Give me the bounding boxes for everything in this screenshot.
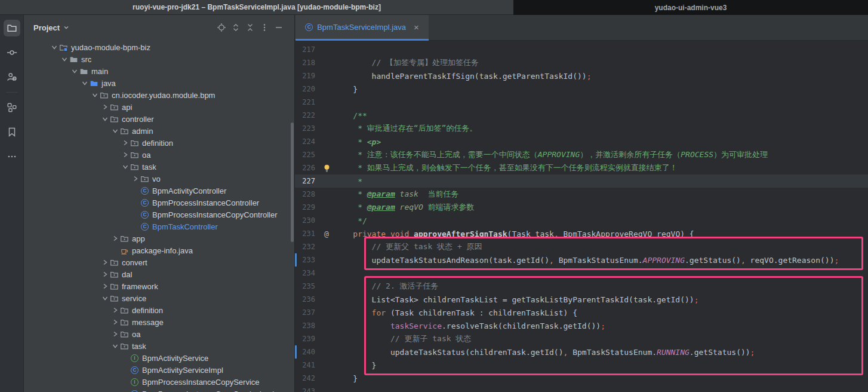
tree-item-package-info.java[interactable]: package-info.java xyxy=(24,244,294,256)
bookmarks-tool-button[interactable] xyxy=(4,124,20,140)
code-line[interactable]: 231@ private void approveAfterSignTask(T… xyxy=(295,227,868,240)
code-line[interactable]: 234 xyxy=(295,267,868,280)
tree-chevron-icon[interactable] xyxy=(100,104,110,110)
tree-item-service[interactable]: service xyxy=(24,292,294,304)
code-line[interactable]: 218 // 【加签专属】处理加签任务 xyxy=(295,56,868,69)
code-line[interactable]: 227 * xyxy=(295,174,868,188)
code-line[interactable]: 243 xyxy=(295,385,868,392)
tree-chevron-icon[interactable] xyxy=(110,307,120,313)
tree-scrollbar-thumb[interactable] xyxy=(291,122,294,242)
locate-icon[interactable] xyxy=(214,20,229,35)
code-line[interactable]: 239 // 更新子 task 状态 xyxy=(295,332,868,345)
tree-item-bpmtaskcontroller[interactable]: CBpmTaskController xyxy=(24,220,294,232)
tree-item-oa[interactable]: oa xyxy=(24,149,294,161)
tree-chevron-icon[interactable] xyxy=(130,176,140,182)
code-editor[interactable]: 217218 // 【加签专属】处理加签任务219 handleParentTa… xyxy=(295,41,868,392)
collapse-all-icon[interactable] xyxy=(243,20,257,35)
tree-item-bpmactivityserviceimpl[interactable]: CBpmActivityServiceImpl xyxy=(24,364,294,376)
pull-requests-tool-button[interactable]: ? xyxy=(4,69,20,85)
tree-item-definition[interactable]: definition xyxy=(24,137,294,149)
tree-item-bpmactivityservice[interactable]: IBpmActivityService xyxy=(24,352,294,364)
tree-chevron-icon[interactable] xyxy=(79,80,90,86)
tree-chevron-icon[interactable] xyxy=(100,283,110,289)
code-line[interactable]: 240 updateTaskStatus(childrenTask.getId(… xyxy=(295,345,868,359)
tree-chevron-icon[interactable] xyxy=(120,152,130,158)
active-window-titlebar[interactable]: ruoyi-vue-pro-jdk21 – BpmTaskServiceImpl… xyxy=(0,0,513,15)
code-line[interactable]: 222 /** xyxy=(295,109,868,122)
tree-item-oa[interactable]: oa xyxy=(24,328,294,340)
tree-chevron-icon[interactable] xyxy=(110,319,120,325)
tree-item-bpmprocessinstancecopyservice[interactable]: IBpmProcessInstanceCopyService xyxy=(24,376,294,388)
tree-item-convert[interactable]: convert xyxy=(24,256,294,268)
inactive-window-titlebar[interactable]: yudao-ui-admin-vue3 xyxy=(513,0,868,15)
code-line[interactable]: 224 * <p> xyxy=(295,135,868,148)
tree-item-task[interactable]: task xyxy=(24,161,294,173)
code-line[interactable]: 242 } xyxy=(295,372,868,385)
more-tool-windows-button[interactable] xyxy=(4,148,20,165)
code-line[interactable]: 229 * @param reqVO 前端请求参数 xyxy=(295,201,868,214)
code-line[interactable]: 217 xyxy=(295,43,868,56)
code-text: * xyxy=(334,177,362,186)
code-line[interactable]: 238 taskService.resolveTask(childrenTask… xyxy=(295,319,868,332)
tree-chevron-icon[interactable] xyxy=(100,295,110,301)
close-icon[interactable]: × xyxy=(414,23,419,32)
tree-chevron-icon[interactable] xyxy=(120,164,130,170)
package-icon xyxy=(120,127,129,136)
tree-item-cn.iocoder.yudao.module.bpm[interactable]: cn.iocoder.yudao.module.bpm xyxy=(24,89,294,101)
tree-chevron-icon[interactable] xyxy=(100,271,110,277)
code-line[interactable]: 230 */ xyxy=(295,214,868,227)
project-tool-button[interactable] xyxy=(4,20,20,36)
tree-chevron-icon[interactable] xyxy=(110,343,120,349)
commit-tool-button[interactable] xyxy=(4,44,20,61)
code-line[interactable]: 223 * 审批通过存在“后加签”的任务。 xyxy=(295,122,868,135)
code-line[interactable]: 241 } xyxy=(295,359,868,372)
tree-chevron-icon[interactable] xyxy=(110,128,120,134)
tree-item-controller[interactable]: controller xyxy=(24,113,294,125)
tree-item-vo[interactable]: vo xyxy=(24,173,294,185)
tree-chevron-icon[interactable] xyxy=(100,116,110,122)
annotation-gutter-icon[interactable]: @ xyxy=(319,229,334,238)
code-line[interactable]: 219 handleParentTaskIfSign(task.getParen… xyxy=(295,69,868,82)
code-line[interactable]: 226 * 如果马上完成，则会触发下一个任务，甚至如果没有下一个任务则流程实例就… xyxy=(295,161,868,174)
tree-item-dal[interactable]: dal xyxy=(24,268,294,280)
code-line[interactable]: 225 * 注意：该任务不能马上完成，需要一个中间状态（APPROVING），并… xyxy=(295,148,868,161)
tree-chevron-icon[interactable] xyxy=(59,56,69,62)
tree-chevron-icon[interactable] xyxy=(100,259,110,265)
code-line[interactable]: 235 // 2. 激活子任务 xyxy=(295,280,868,293)
code-line[interactable]: 220 } xyxy=(295,82,868,96)
tree-item-java[interactable]: java xyxy=(24,77,294,89)
tree-item-yudao-module-bpm-biz[interactable]: yudao-module-bpm-biz xyxy=(24,41,294,53)
tree-item-bpmactivitycontroller[interactable]: CBpmActivityController xyxy=(24,185,294,197)
tree-item-api[interactable]: api xyxy=(24,101,294,113)
tree-item-main[interactable]: main xyxy=(24,65,294,77)
code-line[interactable]: 232 // 更新父 task 状态 + 原因 xyxy=(295,240,868,253)
tree-chevron-icon[interactable] xyxy=(110,235,120,241)
tree-item-app[interactable]: app xyxy=(24,232,294,244)
code-line[interactable]: 228 * @param task 当前任务 xyxy=(295,188,868,201)
tree-item-definition[interactable]: definition xyxy=(24,304,294,316)
tree-item-src[interactable]: src xyxy=(24,53,294,65)
tree-item-message[interactable]: message xyxy=(24,316,294,328)
expand-all-icon[interactable] xyxy=(229,20,243,35)
structure-tool-button[interactable] xyxy=(4,99,20,116)
chevron-down-icon[interactable] xyxy=(63,24,69,30)
code-line[interactable]: 221 xyxy=(295,96,868,109)
tree-item-task[interactable]: task xyxy=(24,340,294,352)
tree-item-framework[interactable]: framework xyxy=(24,280,294,292)
code-line[interactable]: 237 for (Task childrenTask : childrenTas… xyxy=(295,306,868,319)
tree-chevron-icon[interactable] xyxy=(90,92,100,98)
tree-item-bpmprocessinstancecontroller[interactable]: CBpmProcessInstanceController xyxy=(24,197,294,209)
lightbulb-icon[interactable] xyxy=(319,164,334,173)
code-line[interactable]: 233 updateTaskStatusAndReason(task.getId… xyxy=(295,253,868,267)
tree-chevron-icon[interactable] xyxy=(110,331,120,337)
tree-item-admin[interactable]: admin xyxy=(24,125,294,137)
tree-chevron-icon[interactable] xyxy=(69,68,79,74)
tree-item-bpmprocessinstancecopyserviceimpl[interactable]: CBpmProcessInstanceCopyServiceImpl xyxy=(24,388,294,392)
code-line[interactable]: 236 List<Task> childrenTaskList = getTas… xyxy=(295,293,868,306)
tree-chevron-icon[interactable] xyxy=(49,44,59,50)
tab-bpmtaskserviceimpl[interactable]: C BpmTaskServiceImpl.java × xyxy=(296,15,429,41)
hide-panel-icon[interactable] xyxy=(272,20,286,35)
tree-chevron-icon[interactable] xyxy=(120,140,130,146)
tree-item-bpmprocessinstancecopycontroller[interactable]: CBpmProcessInstanceCopyController xyxy=(24,209,294,220)
panel-options-icon[interactable] xyxy=(257,20,272,35)
